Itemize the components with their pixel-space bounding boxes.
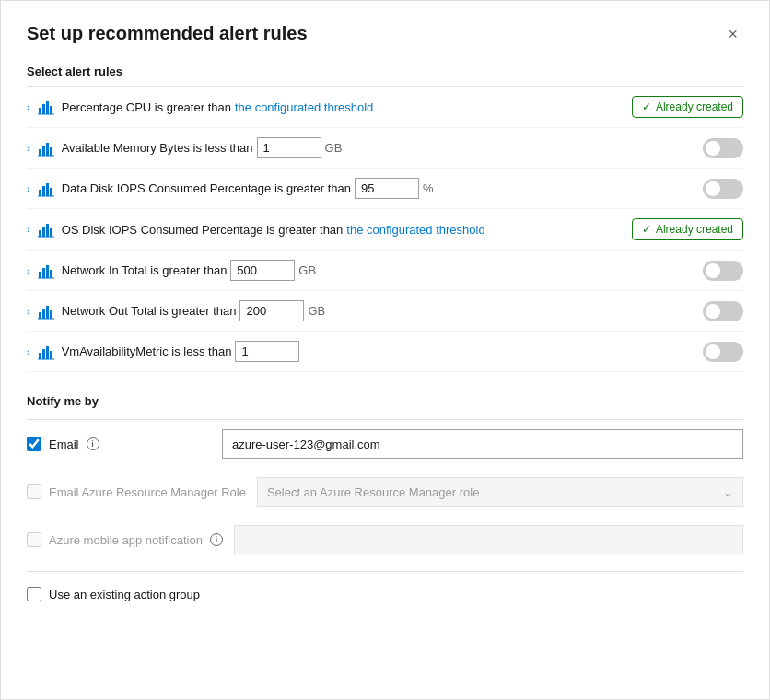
email-role-label: Email Azure Resource Manager Role [49,485,246,499]
action-group-checkbox[interactable] [27,587,41,601]
dialog-header: Set up recommended alert rules × [27,23,743,46]
role-select[interactable]: Select an Azure Resource Manager role ⌄ [257,477,743,507]
rule-link-cpu[interactable]: the configurated threshold [235,100,373,114]
alert-rule-vmavailability: › VmAvailabilityMetric is less than [27,332,743,372]
svg-rect-18 [50,228,52,237]
svg-rect-20 [39,272,41,278]
svg-rect-1 [42,104,45,114]
svg-rect-31 [42,349,45,359]
chevron-down-icon: ⌄ [723,485,733,499]
svg-rect-5 [39,149,41,156]
svg-rect-6 [42,146,45,156]
svg-rect-30 [39,353,41,359]
notify-section: Notify me by Email i Email Azure Resourc… [27,394,743,616]
email-notify-row: Email i [27,420,743,468]
alert-rules-section-label: Select alert rules [27,64,743,78]
svg-rect-11 [42,186,45,196]
threshold-input-datadisk[interactable] [355,178,419,199]
mobile-notify-row: Azure mobile app notification i [27,516,743,564]
svg-rect-16 [42,227,45,237]
already-created-label-cpu: Already created [656,100,733,113]
toggle-memory[interactable] [703,138,743,158]
email-role-checkbox[interactable] [27,484,41,499]
email-input[interactable] [222,429,743,459]
notify-section-label: Notify me by [27,394,743,408]
svg-rect-3 [50,106,52,114]
mobile-input[interactable] [234,525,743,554]
svg-rect-13 [50,188,52,196]
metric-icon-cpu [38,99,54,115]
toggle-vmavailability[interactable] [703,342,743,362]
threshold-unit-memory: GB [325,141,343,155]
chevron-icon-vmavailability[interactable]: › [27,346,30,357]
already-created-label-osdisk: Already created [656,223,733,236]
dialog: Set up recommended alert rules × Select … [0,0,770,700]
svg-rect-26 [42,309,45,319]
svg-rect-33 [50,351,52,359]
svg-rect-12 [46,183,49,196]
threshold-input-networkin[interactable] [230,260,295,281]
metric-icon-networkout [38,303,54,320]
svg-rect-10 [39,190,41,196]
svg-rect-8 [50,147,52,156]
metric-icon-osdisk [38,221,54,238]
chevron-icon-cpu[interactable]: › [27,101,30,112]
email-role-checkbox-label[interactable]: Email Azure Resource Manager Role [27,484,246,499]
alert-rules-list: › Percentage CPU is greater than the con… [27,87,743,372]
toggle-networkout[interactable] [703,301,743,321]
rule-text-cpu: Percentage CPU is greater than the confi… [62,100,632,114]
chevron-icon-memory[interactable]: › [27,143,30,154]
chevron-icon-osdisk[interactable]: › [27,224,30,235]
svg-rect-2 [46,101,49,114]
mobile-checkbox-label[interactable]: Azure mobile app notification i [27,532,223,547]
rule-text-networkin: Network In Total is greater than GB [62,260,703,281]
svg-rect-0 [39,108,41,114]
svg-rect-22 [46,265,49,278]
chevron-icon-networkout[interactable]: › [27,306,30,317]
rule-text-vmavailability: VmAvailabilityMetric is less than [62,341,703,362]
check-icon-cpu: ✓ [642,100,651,113]
svg-rect-15 [39,230,41,237]
alert-rule-datadisk: › Data Disk IOPS Consumed Percentage is … [27,169,743,209]
threshold-input-memory[interactable] [257,137,321,158]
dialog-title: Set up recommended alert rules [27,23,308,44]
threshold-input-vmavailability[interactable] [235,341,299,362]
svg-rect-17 [46,224,49,237]
threshold-input-networkout[interactable] [239,300,304,321]
svg-rect-25 [39,312,41,319]
email-checkbox[interactable] [27,437,41,451]
role-select-placeholder: Select an Azure Resource Manager role [267,485,480,499]
mobile-info-icon[interactable]: i [210,533,223,546]
alert-rule-memory: › Available Memory Bytes is less than GB [27,128,743,169]
alert-rule-osdisk: › OS Disk IOPS Consumed Percentage is gr… [27,209,743,251]
alert-rule-networkout: › Network Out Total is greater than GB [27,291,743,332]
check-icon-osdisk: ✓ [642,223,651,236]
threshold-unit-networkin: GB [298,263,316,277]
metric-icon-datadisk [38,181,54,197]
svg-rect-28 [50,310,52,319]
email-info-icon[interactable]: i [87,438,99,450]
toggle-datadisk[interactable] [703,179,743,199]
threshold-unit-networkout: GB [308,304,325,318]
mobile-checkbox[interactable] [27,532,41,547]
rule-text-datadisk: Data Disk IOPS Consumed Percentage is gr… [62,178,703,199]
action-group-row: Use an existing action group [27,571,743,616]
rule-text-networkout: Network Out Total is greater than GB [62,300,703,321]
email-checkbox-label[interactable]: Email i [27,437,211,451]
metric-icon-memory [38,140,54,157]
metric-icon-networkin [38,262,54,279]
toggle-networkin[interactable] [703,261,743,281]
chevron-icon-datadisk[interactable]: › [27,183,30,194]
rule-link-osdisk[interactable]: the configurated threshold [346,223,484,237]
svg-rect-7 [46,143,49,156]
svg-rect-27 [46,306,49,319]
action-group-checkbox-label[interactable]: Use an existing action group [27,587,211,601]
alert-rule-networkin: › Network In Total is greater than GB [27,251,743,291]
already-created-badge-osdisk: ✓Already created [632,218,743,240]
already-created-badge-cpu: ✓Already created [632,96,743,118]
close-button[interactable]: × [722,23,743,46]
mobile-label: Azure mobile app notification [49,533,203,547]
metric-icon-vmavailability [38,344,54,360]
svg-rect-32 [46,346,49,359]
chevron-icon-networkin[interactable]: › [27,265,30,276]
